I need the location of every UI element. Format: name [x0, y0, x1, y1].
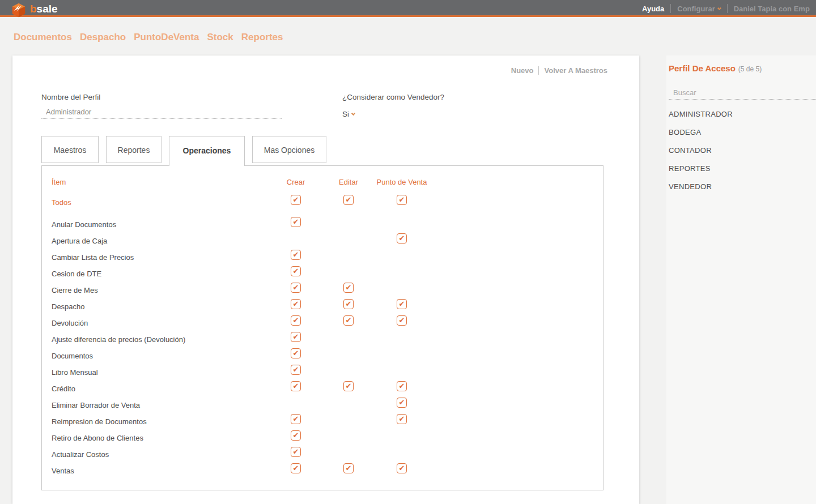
nuevo-button[interactable]: Nuevo: [511, 66, 534, 75]
permission-row-cesion-de-dte: Cesion de DTE✔: [42, 266, 603, 283]
check-icon: ✔: [399, 234, 405, 242]
checkbox-edit[interactable]: ✔: [343, 299, 354, 309]
bsale-logo[interactable]: bsale: [10, 2, 58, 19]
checkbox-edit[interactable]: ✔: [343, 381, 354, 391]
checkbox-pos[interactable]: ✔: [397, 195, 407, 205]
permission-row-label: Cierre de Mes: [52, 286, 98, 294]
checkbox-create[interactable]: ✔: [291, 463, 301, 473]
topbar-menu: Ayuda Configurar Daniel Tapia con Emp: [642, 0, 810, 17]
vendor-select[interactable]: Si: [342, 110, 355, 118]
tabs: MaestrosReportesOperacionesMas Opciones: [41, 136, 326, 166]
profile-name-label: Nombre del Perfil: [41, 93, 100, 101]
checkbox-create[interactable]: ✔: [291, 299, 301, 309]
permission-row-label: Reimpresion de Documentos: [52, 417, 147, 426]
permission-row-cierre-de-mes: Cierre de Mes✔✔: [42, 283, 603, 299]
permission-row-label: Actualizar Costos: [52, 450, 109, 459]
permissions-table: Ítem Crear Editar Punto de Venta Todos✔✔…: [41, 165, 604, 490]
permission-row-libro-mensual: Libro Mensual✔: [42, 365, 603, 381]
perfil-de-acceso-sidebar: Perfil De Acceso(5 de 5) ADMINISTRADORBO…: [666, 55, 816, 504]
vendor-question-label: ¿Considerar como Vendedor?: [342, 93, 444, 101]
permission-row-label: Todos: [52, 198, 71, 207]
nav-link-documentos[interactable]: Documentos: [14, 32, 72, 43]
configurar-menu[interactable]: Configurar: [677, 5, 720, 13]
profile-editor-panel: Nuevo Volver A Maestros Nombre del Perfi…: [12, 55, 639, 504]
action-separator: [538, 66, 539, 75]
profile-item-reportes[interactable]: REPORTES: [669, 160, 816, 178]
sidebar-count: (5 de 5): [738, 65, 762, 73]
tab-mas-opciones[interactable]: Mas Opciones: [252, 136, 326, 163]
checkbox-create[interactable]: ✔: [291, 348, 301, 358]
profile-item-contador[interactable]: CONTADOR: [669, 142, 816, 160]
checkbox-create[interactable]: ✔: [291, 315, 301, 326]
nav-link-stock[interactable]: Stock: [207, 32, 233, 43]
checkbox-pos[interactable]: ✔: [397, 315, 407, 326]
check-icon: ✔: [293, 333, 299, 340]
checkbox-pos[interactable]: ✔: [397, 463, 407, 473]
vendor-selected-value: Si: [342, 110, 349, 118]
configurar-label: Configurar: [677, 5, 715, 13]
checkbox-create[interactable]: ✔: [291, 414, 301, 424]
checkbox-pos[interactable]: ✔: [397, 414, 407, 424]
brand-name: bsale: [30, 5, 58, 14]
checkbox-edit[interactable]: ✔: [343, 195, 354, 205]
checkbox-create[interactable]: ✔: [291, 381, 301, 391]
check-icon: ✔: [346, 284, 352, 291]
check-icon: ✔: [399, 196, 405, 203]
checkbox-pos[interactable]: ✔: [397, 299, 407, 309]
permission-row-cambiar-lista-de-precios: Cambiar Lista de Precios✔: [42, 250, 603, 266]
checkbox-create[interactable]: ✔: [291, 283, 301, 293]
nav-link-despacho[interactable]: Despacho: [80, 32, 126, 43]
tab-operaciones[interactable]: Operaciones: [169, 136, 245, 166]
permission-row-ajuste-diferencia-de-precios-devolucion: Ajuste diferencia de precios (Devolución…: [42, 332, 603, 348]
permission-row-credito: Crédito✔✔✔: [42, 381, 603, 398]
nav-link-reportes[interactable]: Reportes: [241, 32, 283, 43]
search-input[interactable]: [669, 86, 816, 100]
permission-row-todos: Todos✔✔✔: [42, 195, 603, 211]
checkbox-create[interactable]: ✔: [291, 217, 301, 227]
checkbox-create[interactable]: ✔: [291, 447, 301, 457]
permission-row-reimpresion-de-documentos: Reimpresion de Documentos✔✔: [42, 414, 603, 430]
user-menu[interactable]: Daniel Tapia con Emp: [734, 5, 810, 13]
check-icon: ✔: [293, 464, 299, 472]
check-icon: ✔: [346, 300, 352, 307]
checkbox-pos[interactable]: ✔: [397, 381, 407, 391]
checkbox-create[interactable]: ✔: [291, 332, 301, 342]
sidebar-title[interactable]: Perfil De Acceso: [669, 63, 736, 73]
checkbox-create[interactable]: ✔: [291, 365, 301, 375]
checkbox-create[interactable]: ✔: [291, 266, 301, 276]
check-icon: ✔: [293, 432, 299, 439]
nav-link-puntodeventa[interactable]: PuntoDeVenta: [134, 32, 199, 43]
checkbox-edit[interactable]: ✔: [343, 315, 354, 326]
header-actions: Nuevo Volver A Maestros: [511, 66, 607, 75]
check-icon: ✔: [346, 317, 352, 324]
check-icon: ✔: [293, 267, 299, 275]
permission-row-label: Apertura de Caja: [52, 237, 107, 245]
profile-item-administrador[interactable]: ADMINISTRADOR: [669, 105, 816, 123]
tab-reportes[interactable]: Reportes: [106, 136, 162, 163]
topbar: bsale Ayuda Configurar Daniel Tapia con …: [0, 0, 816, 17]
checkbox-edit[interactable]: ✔: [343, 463, 354, 473]
permission-row-anular-documentos: Anular Documentos✔: [42, 217, 603, 233]
permission-row-label: Documentos: [52, 352, 93, 360]
check-icon: ✔: [293, 349, 299, 357]
checkbox-edit[interactable]: ✔: [343, 283, 354, 293]
check-icon: ✔: [399, 464, 405, 472]
tab-maestros[interactable]: Maestros: [41, 136, 99, 163]
profile-name-input[interactable]: [41, 105, 282, 119]
checkbox-pos[interactable]: ✔: [397, 398, 407, 408]
checkbox-create[interactable]: ✔: [291, 430, 301, 441]
volver-a-maestros-button[interactable]: Volver A Maestros: [544, 66, 607, 75]
checkbox-pos[interactable]: ✔: [397, 233, 407, 244]
column-header-crear: Crear: [287, 178, 305, 186]
check-icon: ✔: [293, 284, 299, 291]
ayuda-link[interactable]: Ayuda: [642, 5, 664, 13]
permission-row-label: Retiro de Abono de Clientes: [52, 434, 143, 442]
check-icon: ✔: [399, 300, 405, 307]
checkbox-create[interactable]: ✔: [291, 195, 301, 205]
check-icon: ✔: [293, 448, 299, 455]
checkbox-create[interactable]: ✔: [291, 250, 301, 260]
profile-item-bodega[interactable]: BODEGA: [669, 123, 816, 142]
permission-rows: Todos✔✔✔Anular Documentos✔Apertura de Ca…: [42, 195, 603, 480]
check-icon: ✔: [346, 382, 352, 390]
profile-item-vendedor[interactable]: VENDEDOR: [669, 178, 816, 196]
